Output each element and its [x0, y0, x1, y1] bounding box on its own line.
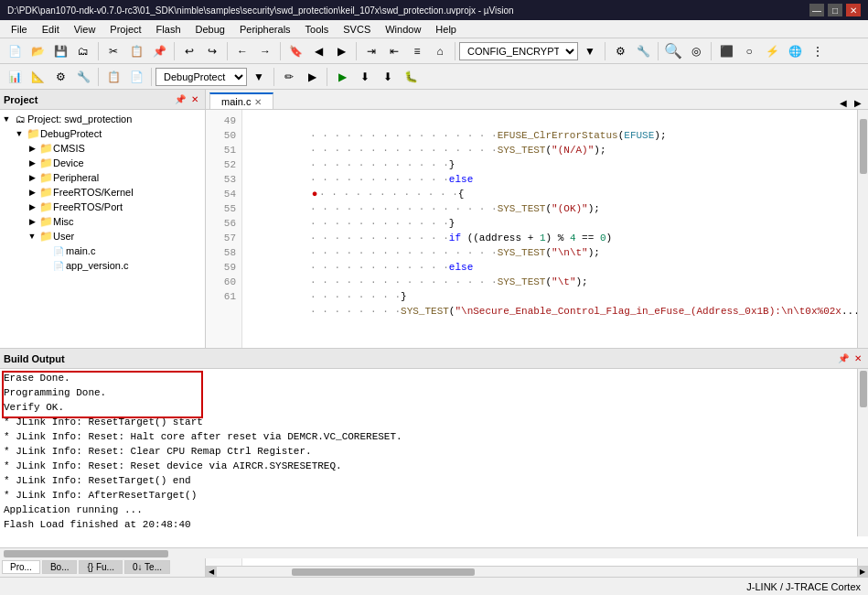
tab-close-icon[interactable]: ✕	[254, 97, 262, 107]
bookmark-next[interactable]: ▶	[330, 40, 352, 62]
tb2-debug[interactable]: 🐛	[400, 66, 422, 88]
target-options[interactable]: 🔧	[632, 40, 654, 62]
back-button[interactable]: ←	[231, 40, 253, 62]
build-line-10: Application running ...	[4, 503, 864, 517]
open-button[interactable]: 📂	[27, 40, 48, 62]
menu-file[interactable]: File	[4, 22, 35, 37]
bookmark-prev[interactable]: ◀	[307, 40, 329, 62]
menu-tools[interactable]: Tools	[298, 22, 337, 37]
menu-flash[interactable]: Flash	[149, 22, 188, 37]
tb2-btn3[interactable]: ⚙	[49, 66, 71, 88]
tb2-btn4[interactable]: 🔧	[72, 66, 94, 88]
close-button[interactable]: ✕	[846, 4, 861, 16]
close-panel-button[interactable]: ✕	[188, 93, 201, 106]
outdent-button[interactable]: ⇤	[383, 40, 405, 62]
build-line-6: * JLink Info: Reset: Clear CPU Remap Ctr…	[4, 444, 864, 459]
menu-window[interactable]: Window	[378, 22, 428, 37]
tb2-dl[interactable]: ⬇	[354, 66, 376, 88]
build-vscroll-thumb[interactable]	[860, 371, 867, 407]
bookmark-button[interactable]: 🔖	[284, 40, 306, 62]
project-title: Project	[4, 94, 38, 105]
options-btn[interactable]: ⋮	[807, 40, 829, 62]
tree-peripheral[interactable]: ▶ 📁 Peripheral	[0, 170, 205, 185]
save-all-button[interactable]: 🗂	[72, 40, 94, 62]
tb2-btn7[interactable]: ✏	[278, 66, 300, 88]
lbtab-books[interactable]: Bo...	[42, 560, 78, 574]
tb2-btn5[interactable]: 📋	[102, 66, 124, 88]
dbg-drop[interactable]: ▼	[248, 66, 270, 88]
paste-button[interactable]: 📌	[148, 40, 170, 62]
editor-hscrollbar[interactable]: ◀ ▶	[206, 566, 868, 577]
tb2-btn8[interactable]: ▶	[301, 66, 323, 88]
editor-hscroll-thumb[interactable]	[292, 568, 475, 576]
editor-scroll-right[interactable]: ▶	[852, 96, 864, 109]
build-pin-button[interactable]: 📌	[837, 352, 850, 365]
forward-button[interactable]: →	[254, 40, 276, 62]
build-hscroll-thumb[interactable]	[4, 550, 168, 557]
align-button[interactable]: ≡	[406, 40, 428, 62]
lbtab-functions[interactable]: {} Fu...	[79, 560, 122, 574]
config-down[interactable]: ▼	[579, 40, 601, 62]
menu-project[interactable]: Project	[102, 22, 148, 37]
tree-device[interactable]: ▶ 📁 Device	[0, 156, 205, 170]
search-button[interactable]: 🔍	[662, 40, 684, 62]
separator4	[280, 42, 281, 60]
menu-svcs[interactable]: SVCS	[336, 22, 378, 37]
menu-view[interactable]: View	[67, 22, 103, 37]
maximize-button[interactable]: □	[828, 4, 842, 16]
separator7	[605, 42, 605, 60]
tree-freertos-kernel[interactable]: ▶ 📁 FreeRTOS/Kernel	[0, 185, 205, 200]
minimize-button[interactable]: —	[809, 4, 824, 16]
lbtab-templates[interactable]: 0↓ Te...	[124, 560, 170, 574]
scroll-left-btn[interactable]: ◀	[206, 567, 217, 578]
menu-help[interactable]: Help	[428, 22, 464, 37]
tree-cmsis[interactable]: ▶ 📁 CMSIS	[0, 141, 205, 156]
save-button[interactable]: 💾	[49, 40, 71, 62]
undo-button[interactable]: ↩	[178, 40, 200, 62]
copy-button[interactable]: 📋	[125, 40, 147, 62]
tb2-sep1	[98, 68, 99, 86]
editor-vscroll-thumb[interactable]	[860, 119, 867, 174]
tb2-btn1[interactable]: 📊	[4, 66, 26, 88]
menu-edit[interactable]: Edit	[35, 22, 67, 37]
tb2-dl2[interactable]: ⬇	[377, 66, 399, 88]
build-hscrollbar[interactable]	[0, 547, 868, 558]
search-btn2[interactable]: ◎	[685, 40, 707, 62]
build-btn4[interactable]: 🌐	[784, 40, 806, 62]
build-header: Build Output 📌 ✕	[0, 349, 868, 369]
tb2-btn2[interactable]: 📐	[27, 66, 48, 88]
manage-button[interactable]: ⚙	[609, 40, 631, 62]
build-close-button[interactable]: ✕	[852, 352, 864, 365]
tab-main-c[interactable]: main.c ✕	[209, 92, 273, 109]
tree-freertos-k-label: FreeRTOS/Kernel	[53, 187, 134, 198]
tab-label: main.c	[221, 96, 251, 107]
build-line-2: Programming Done.	[4, 385, 864, 400]
tree-root[interactable]: ▼ 🗂 Project: swd_protection	[0, 112, 205, 126]
build-stop[interactable]: ⬛	[715, 40, 737, 62]
tb2-btn6[interactable]: 📄	[125, 66, 147, 88]
new-file-button[interactable]: 📄	[4, 40, 26, 62]
indent-button[interactable]: ⇥	[360, 40, 382, 62]
pin-button[interactable]: 📌	[174, 93, 187, 106]
tree-app-version[interactable]: 📄 app_version.c	[0, 258, 205, 273]
tree-user[interactable]: ▼ 📁 User	[0, 229, 205, 243]
lbtab-project[interactable]: Pro...	[2, 560, 40, 574]
menu-debug[interactable]: Debug	[188, 22, 232, 37]
build-vscrollbar[interactable]	[857, 369, 868, 536]
tb2-run[interactable]: ▶	[331, 66, 353, 88]
config-select[interactable]: CONFIG_ENCRYPT_FLASH	[459, 42, 578, 60]
scroll-right-btn[interactable]: ▶	[857, 567, 868, 578]
build-btn3[interactable]: ⚡	[761, 40, 783, 62]
build-btn2[interactable]: ○	[738, 40, 760, 62]
tree-main-c[interactable]: 📄 main.c	[0, 243, 205, 258]
debug-protect-select[interactable]: DebugProtect	[155, 68, 247, 86]
editor-scroll-left[interactable]: ◀	[837, 96, 850, 109]
tree-debugprotect[interactable]: ▼ 📁 DebugProtect	[0, 126, 205, 141]
expand-freertos-k: ▶	[26, 188, 38, 197]
menu-peripherals[interactable]: Peripherals	[232, 22, 298, 37]
cut-button[interactable]: ✂	[102, 40, 124, 62]
tree-freertos-port[interactable]: ▶ 📁 FreeRTOS/Port	[0, 200, 205, 214]
tree-misc[interactable]: ▶ 📁 Misc	[0, 214, 205, 229]
redo-button[interactable]: ↪	[201, 40, 223, 62]
format-button[interactable]: ⌂	[429, 40, 451, 62]
